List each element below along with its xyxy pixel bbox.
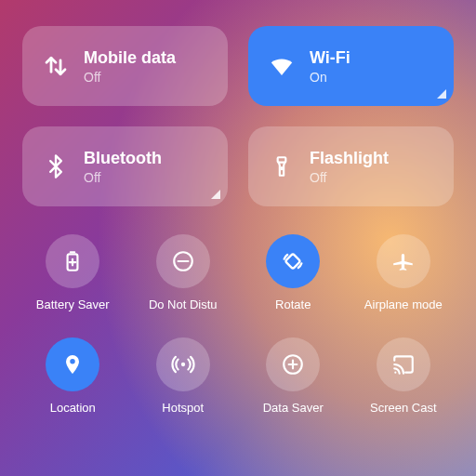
toggle-location[interactable]: Location — [22, 337, 124, 415]
svg-point-13 — [394, 372, 396, 374]
tile-title: Wi-Fi — [310, 48, 350, 68]
tile-row-2: Bluetooth Off Flashlight Off — [22, 126, 454, 206]
dnd-icon — [171, 249, 195, 273]
tile-mobile-data[interactable]: Mobile data Off — [22, 26, 228, 106]
tile-bluetooth[interactable]: Bluetooth Off — [22, 126, 228, 206]
toggle-screen-cast[interactable]: Screen Cast — [353, 337, 455, 415]
cast-icon — [391, 352, 416, 377]
quick-toggle-grid: Battery Saver Do Not Distu Rotate Airpla… — [22, 234, 454, 415]
toggle-label: Battery Saver — [36, 298, 110, 311]
expand-corner-icon — [211, 190, 220, 199]
tile-title: Bluetooth — [84, 149, 162, 168]
data-arrows-icon — [35, 46, 76, 86]
tile-status: On — [310, 70, 350, 85]
tile-row-1: Mobile data Off Wi-Fi On — [22, 26, 454, 106]
toggle-data-saver[interactable]: Data Saver — [243, 337, 344, 415]
toggle-hotspot[interactable]: Hotspot — [133, 337, 234, 415]
flashlight-icon — [261, 146, 302, 187]
location-icon — [61, 353, 84, 376]
svg-point-9 — [181, 363, 185, 366]
toggle-battery-saver[interactable]: Battery Saver — [22, 234, 124, 311]
battery-plus-icon — [60, 249, 85, 273]
tile-flashlight[interactable]: Flashlight Off — [248, 126, 454, 206]
toggle-label: Screen Cast — [370, 401, 437, 415]
hotspot-icon — [171, 352, 195, 377]
data-saver-icon — [281, 352, 305, 377]
toggle-airplane[interactable]: Airplane mode — [353, 234, 455, 311]
wifi-icon — [261, 46, 302, 86]
tile-title: Flashlight — [310, 149, 389, 168]
toggle-label: Airplane mode — [364, 298, 443, 311]
tile-wifi[interactable]: Wi-Fi On — [248, 26, 454, 106]
toggle-label: Hotspot — [162, 401, 204, 415]
toggle-label: Do Not Distu — [149, 298, 218, 311]
tile-title: Mobile data — [84, 48, 176, 68]
toggle-label: Data Saver — [263, 401, 324, 415]
tile-status: Off — [310, 170, 389, 185]
tile-status: Off — [84, 70, 176, 85]
bluetooth-icon — [35, 146, 76, 187]
airplane-icon — [391, 249, 416, 273]
quick-settings-panel: Mobile data Off Wi-Fi On Bluetooth Off — [0, 0, 476, 476]
toggle-rotate[interactable]: Rotate — [243, 234, 344, 311]
rotate-icon — [280, 248, 306, 274]
toggle-dnd[interactable]: Do Not Distu — [133, 234, 234, 311]
expand-corner-icon — [437, 89, 446, 99]
toggle-label: Rotate — [275, 298, 311, 311]
toggle-label: Location — [50, 401, 96, 415]
tile-status: Off — [84, 170, 162, 185]
